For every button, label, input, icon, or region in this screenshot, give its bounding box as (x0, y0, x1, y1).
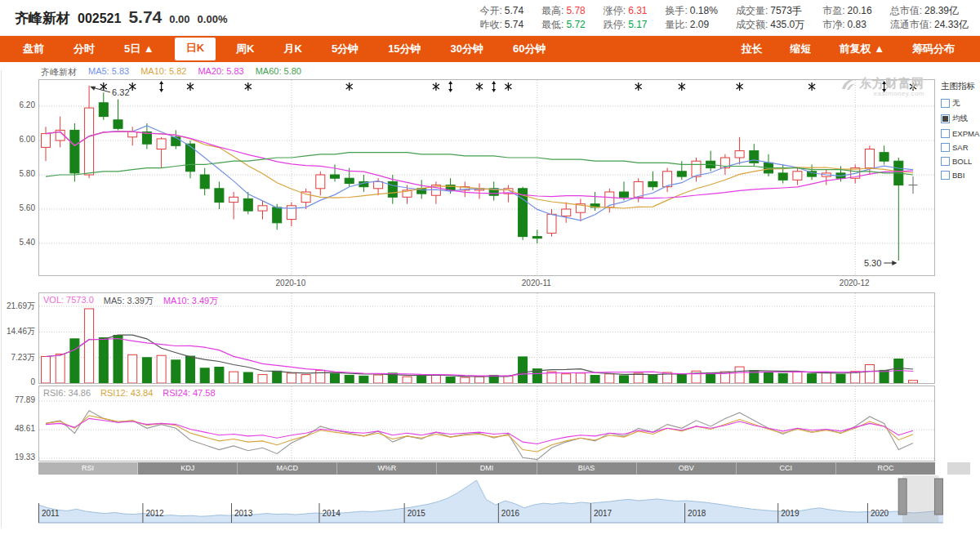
candlestick-chart[interactable]: 6.325.30 (38, 79, 935, 276)
stat-value: 6.31 (628, 5, 647, 16)
stock-name: 齐峰新材 (15, 9, 70, 28)
stat-value: 0.83 (848, 19, 866, 30)
indicator-tab[interactable]: BIAS (537, 462, 637, 475)
indicator-option[interactable]: BBI (941, 171, 978, 180)
legend-ma10: MA10: 5.82 (140, 66, 186, 78)
indicator-tab[interactable]: CCI (737, 462, 836, 475)
stat-column: 总市值:28.39亿流通市值:24.33亿 (890, 4, 969, 32)
indicator-checkbox[interactable] (941, 99, 950, 108)
period-tab[interactable]: 60分钟 (504, 38, 555, 60)
period-tab[interactable]: 30分钟 (442, 38, 492, 60)
period-tab[interactable]: 5分钟 (323, 38, 368, 60)
indicator-tab[interactable]: KDJ (138, 462, 238, 475)
y-axis-tick: 6.20 (0, 100, 35, 109)
timeline-year-label: 2014 (322, 509, 341, 518)
timeline-year-label: 2017 (594, 509, 612, 518)
stat-row: 成交量:7573手 (736, 4, 804, 18)
indicator-option[interactable]: SAR (941, 143, 978, 152)
indicator-option[interactable]: EXPMA (941, 129, 978, 138)
stat-column: 最高:5.78最低:5.72 (541, 4, 586, 32)
stat-value: 20.16 (848, 5, 872, 16)
chart-tool-button[interactable]: 拉长 (733, 38, 772, 60)
stat-label: 成交额: (736, 19, 768, 30)
stock-change: 0.00 (169, 13, 189, 25)
stat-value: 5.72 (566, 19, 585, 30)
stat-value: 7573手 (770, 5, 802, 16)
indicator-tab[interactable]: W%R (337, 462, 437, 475)
period-tab[interactable]: 15分钟 (379, 38, 430, 60)
x-axis-label: 2020-11 (510, 279, 563, 288)
stat-row: 最高:5.78 (541, 4, 586, 18)
low-annotation: 5.30 (864, 258, 881, 268)
stat-column: 市盈:20.16市净:0.83 (822, 4, 871, 32)
y-axis-tick: 7.23万 (0, 352, 35, 363)
chart-tools: 拉长缩短前复权 ▲筹码分布 (728, 38, 969, 60)
stat-row: 昨收:5.74 (479, 18, 523, 32)
indicator-tab[interactable]: OBV (637, 462, 737, 475)
indicator-option[interactable]: 无 (941, 98, 978, 109)
stat-column: 涨停:6.31跌停:5.17 (604, 4, 648, 32)
timeline-year-label: 2013 (234, 509, 253, 518)
y-axis-tick: 5.40 (0, 238, 35, 247)
legend-rsi12: RSI12: 43.84 (100, 388, 153, 398)
stat-label: 换手: (666, 5, 688, 16)
indicator-option-label: BOLL (952, 157, 972, 166)
timeline-left-handle[interactable] (898, 479, 906, 515)
stat-value: 2.09 (690, 19, 709, 30)
stat-value: 435.0万 (770, 19, 804, 30)
legend-rsi24: RSI24: 47.58 (163, 388, 215, 398)
stat-label: 今开: (479, 5, 501, 16)
timeline-year-label: 2015 (408, 509, 426, 518)
stat-label: 最低: (541, 19, 564, 30)
volume-legend: VOL: 7573.0 MA5: 3.39万 MA10: 3.49万 (43, 295, 218, 307)
stat-row: 市净:0.83 (822, 18, 871, 32)
indicator-tab[interactable]: ROC (836, 462, 935, 475)
indicator-option-label: 均线 (952, 114, 968, 124)
stat-row: 涨停:6.31 (604, 4, 648, 18)
indicator-checkbox[interactable] (941, 143, 950, 152)
stat-value: 5.74 (505, 19, 523, 30)
period-tab[interactable]: 盘前 (14, 38, 53, 60)
stat-label: 量比: (666, 19, 688, 30)
period-tab[interactable]: 月K (275, 38, 311, 60)
indicator-checkbox[interactable] (941, 114, 950, 123)
timeline-selection-window[interactable] (902, 475, 938, 523)
stat-value: 24.33亿 (934, 19, 969, 30)
stock-title-group: 齐峰新材 002521 5.74 0.00 0.00% (15, 7, 227, 28)
high-annotation: 6.32 (112, 87, 129, 97)
stat-row: 成交额:435.0万 (736, 18, 804, 32)
indicator-option[interactable]: 均线 (941, 114, 978, 124)
indicator-tab[interactable]: RSI (38, 462, 138, 475)
y-axis-tick: 19.33 (0, 453, 35, 461)
indicator-option-label: BBI (952, 171, 964, 180)
period-tab[interactable]: 周K (227, 38, 263, 60)
stat-row: 市盈:20.16 (822, 4, 871, 18)
stat-label: 跌停: (604, 19, 626, 30)
indicator-option[interactable]: BOLL (941, 157, 978, 166)
period-tab[interactable]: 分时 (65, 38, 104, 60)
timeline-year-label: 2020 (871, 509, 889, 518)
stat-label: 昨收: (479, 19, 501, 30)
stat-row: 换手:0.18% (666, 4, 718, 18)
y-axis-tick: 5.80 (0, 169, 35, 178)
stat-row: 流通市值:24.33亿 (890, 18, 969, 32)
history-timeline[interactable]: 2011201220132014201520162017201820192020 (38, 475, 943, 524)
timeline-year-label: 2012 (145, 509, 164, 518)
timeline-right-handle[interactable] (934, 479, 942, 515)
stat-value: 5.78 (566, 5, 585, 16)
period-tab[interactable]: 5日 ▲ (115, 38, 163, 60)
chart-tool-button[interactable]: 筹码分布 (903, 38, 964, 60)
indicator-checkbox[interactable] (941, 171, 950, 180)
chart-tool-button[interactable]: 前复权 ▲ (831, 38, 893, 60)
indicator-bar-handle[interactable] (947, 462, 970, 475)
stat-label: 总市值: (890, 5, 922, 16)
indicator-checkbox[interactable] (941, 129, 950, 138)
indicator-tab[interactable]: DMI (437, 462, 537, 475)
indicator-option-label: 无 (952, 98, 960, 109)
stat-column: 今开:5.74昨收:5.74 (479, 4, 523, 32)
period-tab[interactable]: 日K (175, 38, 216, 60)
stat-value: 28.39亿 (924, 5, 959, 16)
indicator-checkbox[interactable] (941, 157, 950, 166)
chart-tool-button[interactable]: 缩短 (782, 38, 821, 60)
indicator-tab[interactable]: MACD (238, 462, 337, 475)
